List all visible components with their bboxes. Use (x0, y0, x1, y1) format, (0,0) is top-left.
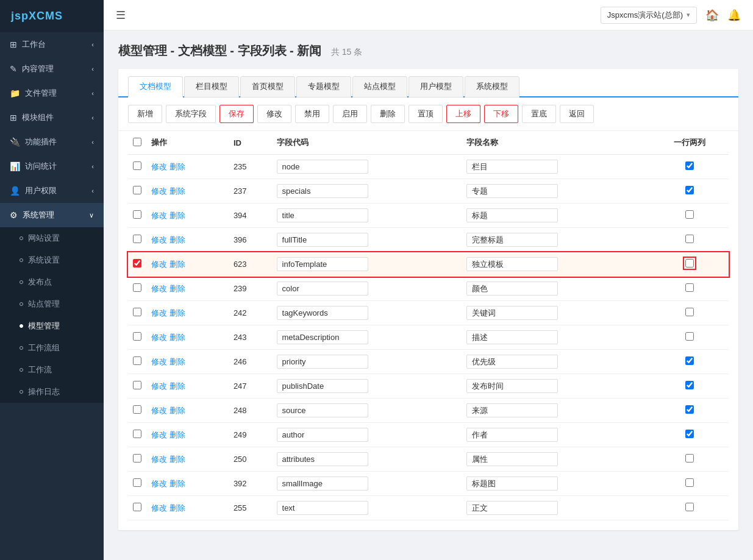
field-code-input[interactable] (277, 160, 368, 174)
delete-link[interactable]: 删除 (170, 260, 185, 269)
edit-link[interactable]: 修改 (151, 308, 167, 317)
sidebar-sub-operation-log[interactable]: 操作日志 (0, 381, 104, 403)
sidebar-item-system[interactable]: ⚙ 系统管理 ∨ (0, 203, 104, 227)
edit-link[interactable]: 修改 (151, 186, 167, 196)
field-name-input[interactable] (466, 306, 558, 320)
delete-link[interactable]: 删除 (170, 479, 185, 488)
row-checkbox[interactable] (133, 381, 141, 389)
sidebar-sub-model-manage[interactable]: 模型管理 (0, 315, 104, 337)
field-name-input[interactable] (466, 208, 558, 222)
field-code-input[interactable] (277, 282, 368, 296)
field-code-input[interactable] (277, 306, 368, 320)
field-name-input[interactable] (466, 403, 558, 417)
delete-link[interactable]: 删除 (170, 333, 185, 342)
two-col-checkbox[interactable] (685, 332, 694, 341)
row-checkbox[interactable] (133, 161, 141, 170)
edit-link[interactable]: 修改 (151, 211, 167, 220)
sidebar-item-stats[interactable]: 📊 访问统计 ‹ (0, 154, 104, 179)
tab-home[interactable]: 首页模型 (240, 76, 295, 97)
edit-link[interactable]: 修改 (151, 284, 167, 293)
row-checkbox[interactable] (133, 308, 141, 316)
disable-button[interactable]: 禁用 (295, 105, 329, 123)
bottom-button[interactable]: 置底 (522, 105, 556, 123)
field-name-input[interactable] (466, 452, 558, 466)
sidebar-sub-publish[interactable]: 发布点 (0, 271, 104, 293)
edit-button[interactable]: 修改 (257, 105, 291, 123)
two-col-checkbox[interactable] (685, 430, 694, 438)
sidebar-item-file[interactable]: 📁 文件管理 ‹ (0, 81, 104, 105)
field-name-input[interactable] (466, 355, 558, 369)
field-code-input[interactable] (277, 452, 368, 466)
two-col-checkbox[interactable] (685, 503, 694, 511)
down-button[interactable]: 下移 (484, 105, 518, 123)
field-name-input[interactable] (466, 160, 558, 174)
edit-link[interactable]: 修改 (151, 455, 167, 464)
edit-link[interactable]: 修改 (151, 406, 167, 415)
tab-doc[interactable]: 文档模型 (128, 76, 183, 97)
two-col-checkbox[interactable] (685, 308, 694, 316)
save-button[interactable]: 保存 (219, 105, 254, 123)
delete-link[interactable]: 删除 (170, 186, 185, 196)
field-code-input[interactable] (277, 257, 368, 271)
field-code-input[interactable] (277, 501, 368, 515)
tab-special[interactable]: 专题模型 (296, 76, 351, 97)
delete-link[interactable]: 删除 (170, 406, 185, 415)
edit-link[interactable]: 修改 (151, 235, 167, 244)
delete-link[interactable]: 删除 (170, 235, 185, 244)
two-col-checkbox[interactable] (685, 210, 694, 219)
two-col-checkbox[interactable] (685, 235, 694, 243)
delete-link[interactable]: 删除 (170, 430, 185, 439)
delete-link[interactable]: 删除 (170, 455, 185, 464)
delete-link[interactable]: 删除 (170, 357, 185, 366)
two-col-checkbox[interactable] (685, 356, 694, 365)
sidebar-sub-site-settings[interactable]: 网站设置 (0, 227, 104, 249)
two-col-checkbox[interactable] (685, 283, 694, 292)
delete-link[interactable]: 删除 (170, 284, 185, 293)
delete-link[interactable]: 删除 (170, 381, 185, 391)
site-selector[interactable]: Jspxcms演示站(总部) ▾ (601, 7, 697, 24)
tab-column[interactable]: 栏目模型 (184, 76, 239, 97)
delete-button[interactable]: 删除 (371, 105, 405, 123)
edit-link[interactable]: 修改 (151, 333, 167, 342)
row-checkbox[interactable] (133, 210, 141, 219)
new-button[interactable]: 新增 (128, 105, 162, 123)
two-col-checkbox[interactable] (685, 405, 694, 414)
delete-link[interactable]: 删除 (170, 308, 185, 317)
tab-user[interactable]: 用户模型 (409, 76, 463, 97)
field-name-input[interactable] (466, 282, 558, 296)
edit-link[interactable]: 修改 (151, 162, 167, 171)
field-name-input[interactable] (466, 379, 558, 393)
delete-link[interactable]: 删除 (170, 503, 185, 512)
row-checkbox[interactable] (133, 454, 141, 463)
sidebar-item-workbench[interactable]: ⊞ 工作台 ‹ (0, 32, 104, 57)
edit-link[interactable]: 修改 (151, 479, 167, 488)
field-name-input[interactable] (466, 184, 558, 198)
field-name-input[interactable] (466, 257, 558, 271)
sidebar-item-module[interactable]: ⊞ 模块组件 ‹ (0, 105, 104, 130)
row-checkbox[interactable] (133, 478, 141, 487)
sidebar-sub-workflow-group[interactable]: 工作流组 (0, 337, 104, 359)
delete-link[interactable]: 删除 (170, 211, 185, 220)
row-checkbox[interactable] (133, 259, 141, 268)
select-all-checkbox[interactable] (133, 138, 141, 146)
row-checkbox[interactable] (133, 430, 141, 438)
tab-system[interactable]: 系统模型 (465, 76, 519, 97)
field-code-input[interactable] (277, 477, 368, 491)
top-button[interactable]: 置顶 (409, 105, 443, 123)
row-checkbox[interactable] (133, 503, 141, 511)
field-code-input[interactable] (277, 208, 368, 222)
sidebar-sub-system-settings[interactable]: 系统设置 (0, 249, 104, 271)
up-button[interactable]: 上移 (446, 105, 480, 123)
sidebar-sub-workflow[interactable]: 工作流 (0, 359, 104, 381)
row-checkbox[interactable] (133, 356, 141, 365)
two-col-checkbox[interactable] (685, 454, 694, 463)
two-col-checkbox[interactable] (685, 478, 694, 487)
edit-link[interactable]: 修改 (151, 260, 167, 269)
row-checkbox[interactable] (133, 405, 141, 414)
field-name-input[interactable] (466, 428, 558, 442)
sys-field-button[interactable]: 系统字段 (166, 105, 216, 123)
field-name-input[interactable] (466, 330, 558, 344)
field-code-input[interactable] (277, 330, 368, 344)
field-code-input[interactable] (277, 355, 368, 369)
sidebar-item-users[interactable]: 👤 用户权限 ‹ (0, 179, 104, 203)
